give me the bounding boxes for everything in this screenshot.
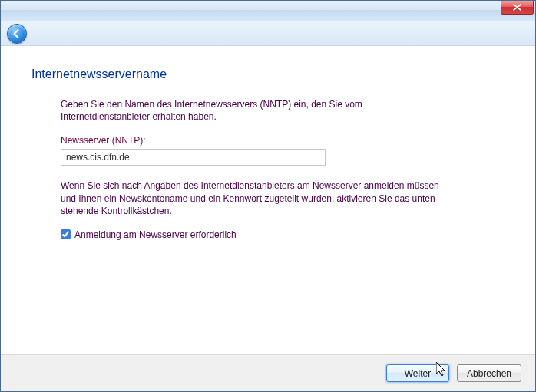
- login-required-label: Anmeldung am Newsserver erforderlich: [74, 229, 237, 240]
- form-inner: Geben Sie den Namen des Internetnewsserv…: [31, 98, 446, 240]
- footer: Weiter Abbrechen: [1, 354, 535, 391]
- back-arrow-icon: [12, 28, 22, 39]
- newsserver-label: Newsserver (NNTP):: [61, 135, 446, 146]
- page-title: Internetnewsservername: [31, 68, 505, 81]
- titlebar: [1, 1, 535, 21]
- note-text: Wenn Sie sich nach Angaben des Internetd…: [61, 180, 446, 217]
- login-required-checkbox[interactable]: [61, 229, 71, 239]
- navbar: [1, 21, 535, 46]
- back-button[interactable]: [7, 24, 27, 44]
- close-button[interactable]: [501, 1, 534, 15]
- login-required-row: Anmeldung am Newsserver erforderlich: [61, 229, 446, 240]
- content-area: Internetnewsservername Geben Sie den Nam…: [1, 46, 535, 354]
- cancel-button[interactable]: Abbrechen: [457, 364, 521, 382]
- next-button[interactable]: Weiter: [386, 364, 449, 382]
- newsserver-input[interactable]: [61, 149, 326, 166]
- wizard-window: Internetnewsservername Geben Sie den Nam…: [0, 0, 536, 392]
- intro-text: Geben Sie den Namen des Internetnewsserv…: [61, 98, 446, 123]
- close-icon: [513, 4, 521, 11]
